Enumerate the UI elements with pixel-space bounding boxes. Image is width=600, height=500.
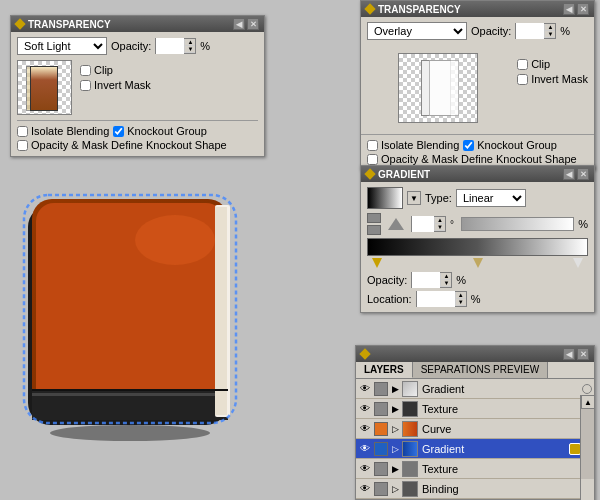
expand-curve[interactable]: ▷ (390, 424, 400, 434)
opacity-down-small[interactable]: ▼ (185, 46, 195, 53)
eye-icon-gradient1[interactable]: 👁 (358, 382, 372, 396)
opacity-field-small[interactable]: 30 ▲ ▼ (155, 38, 196, 54)
panel-controls-large[interactable]: ◀ ✕ (563, 3, 589, 15)
layers-minimize-btn[interactable]: ◀ (563, 348, 575, 360)
panel-minimize-btn[interactable]: ◀ (233, 18, 245, 30)
eye-icon-gradient2[interactable]: 👁 (358, 442, 372, 456)
book-svg (10, 185, 250, 445)
gradient-opacity-input[interactable]: 50 (412, 272, 440, 288)
opacity-up-small[interactable]: ▲ (185, 39, 195, 46)
layers-close-btn[interactable]: ✕ (577, 348, 589, 360)
gradient-location-field[interactable]: 65.45 ▲ ▼ (416, 291, 467, 307)
opacity-input-large[interactable]: 40 (516, 23, 544, 39)
trans-preview-area-large: Clip Invert Mask (361, 48, 594, 134)
blend-mode-select-large[interactable]: Overlay (367, 22, 467, 40)
layer-row-gradient2[interactable]: 👁 ▷ Gradient (356, 439, 594, 459)
knockout-group-label-large[interactable]: Knockout Group (463, 139, 557, 151)
layer-row-binding[interactable]: 👁 ▷ Binding (356, 479, 594, 499)
opacity-arrows-large[interactable]: ▲ ▼ (544, 24, 555, 38)
gradient-minimize-btn[interactable]: ◀ (563, 168, 575, 180)
panel-controls[interactable]: ◀ ✕ (233, 18, 259, 30)
knockout-group-label-small[interactable]: Knockout Group (113, 125, 207, 137)
eye-icon-binding[interactable]: 👁 (358, 482, 372, 496)
knockout-checkbox-small[interactable] (113, 126, 124, 137)
expand-texture2[interactable]: ▶ (390, 464, 400, 474)
knockout-checkbox-large[interactable] (463, 140, 474, 151)
expand-texture1[interactable]: ▶ (390, 404, 400, 414)
gradient-type-select[interactable]: Linear (456, 189, 526, 207)
opacity-down-large[interactable]: ▼ (545, 31, 555, 38)
gradient-bar[interactable] (367, 238, 588, 256)
invert-mask-checkbox-small[interactable] (80, 80, 91, 91)
panel-close-btn[interactable]: ✕ (247, 18, 259, 30)
gradient-opacity-arrows[interactable]: ▲ ▼ (440, 273, 451, 287)
eye-icon-texture1[interactable]: 👁 (358, 402, 372, 416)
expand-binding[interactable]: ▷ (390, 484, 400, 494)
eye-icon-texture2[interactable]: 👁 (358, 462, 372, 476)
opacity-arrows-small[interactable]: ▲ ▼ (184, 39, 195, 53)
gradient-swatch[interactable] (367, 187, 403, 209)
layers-panel-controls[interactable]: ◀ ✕ (563, 348, 589, 360)
gradient-icon2[interactable] (367, 225, 381, 235)
color-swatch-gradient1 (374, 382, 388, 396)
clip-checkbox-large[interactable] (517, 59, 528, 70)
panel-title-text-large: TRANSPARENCY (378, 4, 461, 15)
layer-row-gradient1[interactable]: 👁 ▶ Gradient (356, 379, 594, 399)
opacity-input-small[interactable]: 30 (156, 38, 184, 54)
angle-field[interactable]: 0 ▲ ▼ (411, 216, 446, 232)
gradient-close-btn[interactable]: ✕ (577, 168, 589, 180)
gradient-opacity-down[interactable]: ▼ (441, 280, 451, 287)
angle-down[interactable]: ▼ (435, 224, 445, 231)
angle-input[interactable]: 0 (412, 216, 434, 232)
invert-mask-checkbox-large[interactable] (517, 74, 528, 85)
gradient-opacity-field[interactable]: 50 ▲ ▼ (411, 272, 452, 288)
isolate-blending-label-small[interactable]: Isolate Blending (17, 125, 109, 137)
gradient-panel-controls[interactable]: ◀ ✕ (563, 168, 589, 180)
layer-row-curve[interactable]: 👁 ▷ Curve (356, 419, 594, 439)
isolate-blending-label-large[interactable]: Isolate Blending (367, 139, 459, 151)
blend-mode-select-small[interactable]: Soft Light (17, 37, 107, 55)
opacity-field-large[interactable]: 40 ▲ ▼ (515, 23, 556, 39)
opacity-up-large[interactable]: ▲ (545, 24, 555, 31)
blend-opacity-row-large: Overlay Opacity: 40 ▲ ▼ % (361, 17, 594, 43)
gradient-thumb-right[interactable] (573, 258, 583, 268)
scroll-thumb[interactable] (581, 409, 594, 479)
layer-row-texture2[interactable]: 👁 ▶ Texture (356, 459, 594, 479)
opacity-mask-checkbox-small[interactable] (17, 140, 28, 151)
isolate-blending-checkbox-small[interactable] (17, 126, 28, 137)
clip-checkbox-small[interactable] (80, 65, 91, 76)
invert-mask-label-large[interactable]: Invert Mask (517, 73, 588, 85)
gradient-icon1[interactable] (367, 213, 381, 223)
panel-close-btn-large[interactable]: ✕ (577, 3, 589, 15)
opacity-mask-label-small[interactable]: Opacity & Mask Define Knockout Shape (17, 139, 258, 151)
gradient-location-arrows[interactable]: ▲ ▼ (455, 292, 466, 306)
expand-gradient2[interactable]: ▷ (390, 444, 400, 454)
clip-label-small[interactable]: Clip (80, 64, 151, 76)
angle-up[interactable]: ▲ (435, 217, 445, 224)
gradient-location-down[interactable]: ▼ (456, 299, 466, 306)
gradient-thumb-left[interactable] (372, 258, 382, 268)
panel-minimize-btn-large[interactable]: ◀ (563, 3, 575, 15)
gradient-thumb-mid[interactable] (473, 258, 483, 268)
expand-gradient1[interactable]: ▶ (390, 384, 400, 394)
angle-arrows[interactable]: ▲ ▼ (434, 217, 445, 231)
layer-name-texture2: Texture (420, 463, 580, 475)
gradient-preview-bar[interactable] (461, 217, 574, 231)
gradient-swatch-arrow[interactable]: ▼ (407, 191, 421, 205)
gradient-location-up[interactable]: ▲ (456, 292, 466, 299)
gradient-opacity-up[interactable]: ▲ (441, 273, 451, 280)
trans-preview-large (398, 53, 478, 123)
layer-row-texture1[interactable]: 👁 ▶ Texture (356, 399, 594, 419)
opacity-mask-checkbox-large[interactable] (367, 154, 378, 165)
clip-label-large[interactable]: Clip (517, 58, 588, 70)
invert-mask-label-small[interactable]: Invert Mask (80, 79, 151, 91)
layers-scrollbar[interactable]: ▲ ▼ (580, 395, 594, 500)
tab-separations-preview[interactable]: SEPARATIONS PREVIEW (413, 362, 549, 378)
eye-icon-curve[interactable]: 👁 (358, 422, 372, 436)
tab-layers[interactable]: LAYERS (356, 362, 413, 378)
opacity-mask-label-large[interactable]: Opacity & Mask Define Knockout Shape (367, 153, 588, 165)
gradient-location-input[interactable]: 65.45 (417, 291, 455, 307)
scroll-up-btn[interactable]: ▲ (581, 395, 595, 409)
color-swatch-gradient2 (374, 442, 388, 456)
isolate-blending-checkbox-large[interactable] (367, 140, 378, 151)
